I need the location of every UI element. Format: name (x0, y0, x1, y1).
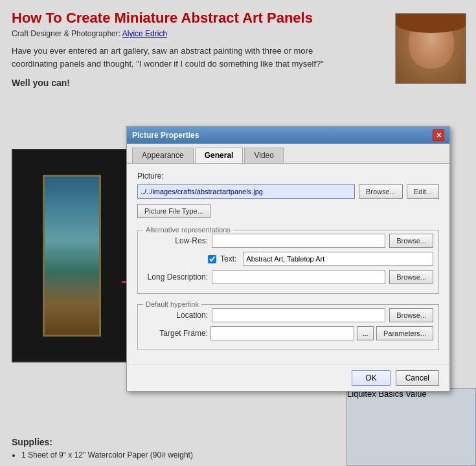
text-checkbox-row: Text: (143, 252, 433, 266)
long-desc-row: Long Description: Browse... (143, 270, 433, 284)
target-frame-input[interactable] (210, 326, 354, 340)
dialog-titlebar: Picture Properties ✕ (127, 127, 449, 144)
long-desc-browse-button[interactable]: Browse... (389, 270, 433, 284)
location-row: Location: Browse... (143, 308, 433, 322)
alt-rep-legend: Alternative representations (143, 226, 233, 234)
browse-dots-icon: ... (362, 329, 368, 337)
low-res-row: Low-Res: Browse... (143, 234, 433, 248)
text-value-input[interactable] (243, 252, 433, 266)
picture-edit-button[interactable]: Edit... (407, 184, 439, 199)
text-checkbox[interactable] (208, 255, 216, 263)
dialog-footer: OK Cancel (127, 364, 449, 391)
location-input[interactable] (212, 308, 385, 322)
dialog-tabs: Appearance General Video (127, 144, 449, 164)
tab-general[interactable]: General (195, 148, 244, 163)
long-desc-input[interactable] (212, 270, 385, 284)
long-desc-label: Long Description: (143, 272, 208, 282)
target-small-browse-button[interactable]: ... (357, 326, 374, 340)
text-label: Text: (220, 254, 236, 263)
hyperlink-legend: Default hyperlink (143, 300, 201, 308)
tab-appearance[interactable]: Appearance (132, 148, 194, 163)
target-frame-row: Target Frame: ... Parameters... (143, 326, 433, 340)
ok-button[interactable]: OK (352, 370, 390, 386)
dialog-body: Picture: Browse... Edit... Picture File … (127, 164, 449, 364)
file-type-button[interactable]: Picture File Type... (137, 204, 210, 218)
target-label: Target Frame: (143, 329, 208, 338)
picture-browse-button[interactable]: Browse... (359, 184, 403, 199)
hyperlink-fieldset: Default hyperlink Location: Browse... Ta… (137, 300, 439, 350)
picture-row: Browse... Edit... (137, 184, 439, 199)
picture-label: Picture: (137, 172, 439, 181)
dialog-title: Picture Properties (132, 131, 199, 140)
alt-rep-fieldset: Alternative representations Low-Res: Bro… (137, 226, 439, 294)
location-browse-button[interactable]: Browse... (389, 308, 433, 322)
cancel-button[interactable]: Cancel (396, 370, 439, 386)
tab-video[interactable]: Video (244, 148, 283, 163)
low-res-browse-button[interactable]: Browse... (389, 234, 433, 248)
picture-properties-dialog: Picture Properties ✕ Appearance General … (126, 126, 450, 392)
tab-appearance-label: Appearance (142, 151, 184, 160)
dialog-close-button[interactable]: ✕ (433, 129, 444, 141)
tab-video-label: Video (254, 151, 273, 160)
parameters-button[interactable]: Parameters... (376, 326, 433, 340)
location-label: Location: (143, 311, 208, 320)
close-icon: ✕ (436, 131, 442, 140)
picture-path-input[interactable] (137, 184, 355, 199)
tab-general-label: General (205, 151, 234, 160)
low-res-label: Low-Res: (143, 236, 208, 245)
low-res-input[interactable] (212, 234, 385, 248)
